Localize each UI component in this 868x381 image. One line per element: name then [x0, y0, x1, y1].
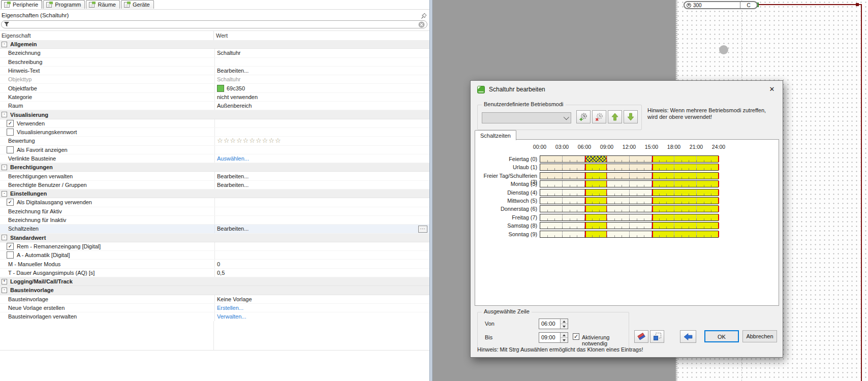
schedule-track[interactable] — [540, 189, 719, 196]
schedule-track[interactable] — [540, 197, 719, 204]
property-row[interactable]: Neue Vorlage erstellenErstellen... — [0, 304, 429, 312]
schedule-block[interactable] — [585, 223, 607, 229]
schedule-block[interactable] — [652, 156, 719, 162]
panel-tab-peripherie[interactable]: Peripherie — [1, 0, 42, 9]
schedule-block[interactable] — [585, 164, 607, 170]
close-icon[interactable]: ✕ — [766, 84, 778, 94]
section-row[interactable]: -Bausteinvorlage — [0, 286, 429, 295]
property-row[interactable]: RaumAußenbereich — [0, 102, 429, 110]
section-row[interactable]: -Einstellungen — [0, 189, 429, 198]
schedule-track[interactable] — [540, 155, 719, 163]
schedule-block[interactable] — [652, 214, 719, 220]
ellipsis-button[interactable]: ... — [418, 226, 427, 233]
color-swatch[interactable] — [217, 85, 224, 92]
filter-clear-icon[interactable] — [418, 21, 425, 28]
property-row[interactable]: Bezeichnung für Aktiv — [0, 207, 429, 216]
property-row[interactable]: Objektfarbe69c350 — [0, 84, 429, 92]
property-row[interactable]: SchaltzeitenBearbeiten...... — [0, 225, 429, 233]
column-divider[interactable] — [213, 31, 214, 40]
schedule-block[interactable] — [652, 231, 719, 237]
property-row[interactable]: Bezeichnung für Inaktiv — [0, 216, 429, 225]
schedule-block[interactable] — [585, 173, 607, 179]
checkbox-unchecked[interactable] — [7, 251, 14, 259]
schedule-block[interactable] — [652, 189, 719, 196]
property-row[interactable]: BezeichnungSchaltuhr — [0, 49, 429, 57]
property-row[interactable]: ✓Als Digitalausgang verwenden — [0, 198, 429, 207]
collapse-icon[interactable]: - — [2, 112, 7, 117]
bis-spinner[interactable]: 09:00 — [539, 332, 568, 343]
canvas-node-dot[interactable] — [719, 45, 728, 54]
schedule-track[interactable] — [540, 205, 719, 212]
collapse-icon[interactable]: - — [2, 42, 7, 47]
schedule-block[interactable] — [585, 206, 607, 212]
section-row[interactable]: -Visualisierung — [0, 110, 429, 119]
property-row[interactable]: Hinweis-TextBearbeiten... — [0, 67, 429, 75]
collapse-icon[interactable]: - — [2, 288, 7, 293]
schedule-block[interactable] — [652, 164, 719, 170]
schedule-track[interactable] — [540, 214, 719, 221]
rating-stars[interactable]: ☆☆☆☆☆☆☆☆☆☆ — [217, 138, 282, 143]
von-down-button[interactable] — [561, 324, 568, 329]
schedule-block[interactable] — [652, 223, 719, 229]
move-up-button[interactable] — [608, 110, 622, 123]
section-row[interactable]: +Logging/Mail/Call/Track — [0, 277, 429, 286]
schedule-track[interactable] — [540, 172, 719, 179]
add-mode-button[interactable] — [576, 110, 591, 123]
schedule-block[interactable] — [585, 198, 607, 204]
checkbox-checked[interactable]: ✓ — [7, 199, 14, 206]
property-row[interactable]: Visualisierungskennwort — [0, 128, 429, 137]
schedule-block[interactable] — [585, 181, 607, 187]
erase-entry-button[interactable] — [634, 330, 648, 343]
section-row[interactable]: -Berechtigungen — [0, 163, 429, 172]
function-block[interactable]: 300 C — [684, 1, 758, 9]
select-clone-button[interactable] — [650, 330, 664, 343]
expand-icon[interactable]: + — [2, 279, 7, 284]
schedule-block[interactable] — [652, 173, 719, 179]
wire-vertical[interactable] — [861, 4, 862, 381]
von-up-button[interactable] — [561, 319, 568, 324]
wire-junction[interactable] — [856, 3, 859, 6]
property-row[interactable]: T - Dauer Ausgangsimpuls (AQ) [s]0,5 — [0, 269, 429, 277]
panel-tab-räume[interactable]: Räume — [86, 0, 119, 9]
schedule-track[interactable] — [540, 164, 719, 171]
move-down-button[interactable] — [624, 110, 638, 123]
filter-input[interactable] — [1, 20, 427, 28]
checkbox-checked[interactable]: ✓ — [7, 120, 14, 127]
checkbox-checked[interactable]: ✓ — [7, 243, 14, 250]
schedule-track[interactable] — [540, 231, 719, 238]
property-row[interactable]: M - Manueller Modus0 — [0, 260, 429, 268]
schedule-block[interactable] — [585, 231, 607, 237]
checkbox-unchecked[interactable] — [7, 146, 14, 153]
property-row[interactable]: BausteinvorlageKeine Vorlage — [0, 295, 429, 304]
checkbox-unchecked[interactable] — [7, 129, 14, 136]
schedule-track[interactable] — [540, 222, 719, 229]
bis-up-button[interactable] — [561, 333, 568, 338]
schedule-block[interactable] — [652, 206, 719, 212]
value-link[interactable]: Verwalten... — [217, 313, 246, 320]
cancel-button[interactable]: Abbrechen — [742, 330, 777, 342]
property-row[interactable]: Berechtigungen verwaltenBearbeiten... — [0, 172, 429, 180]
property-row[interactable]: Verlinkte BausteineAuswählen... — [0, 154, 429, 163]
collapse-icon[interactable]: - — [2, 235, 7, 240]
property-row[interactable]: Bewertung☆☆☆☆☆☆☆☆☆☆ — [0, 137, 429, 145]
panel-tab-geräte[interactable]: Geräte — [121, 0, 154, 9]
schedule-block[interactable] — [585, 189, 607, 196]
remove-mode-button[interactable] — [592, 110, 606, 123]
betriebsmodi-combobox[interactable] — [482, 112, 571, 123]
undo-arrow-button[interactable] — [680, 330, 696, 343]
section-row[interactable]: -Allgemein — [0, 40, 429, 49]
value-link[interactable]: Auswählen... — [217, 155, 249, 162]
ok-button[interactable]: OK — [704, 330, 739, 342]
collapse-icon[interactable]: - — [2, 165, 7, 170]
panel-tab-programm[interactable]: Programm — [43, 0, 85, 9]
dialog-titlebar[interactable]: Schaltuhr bearbeiten — [471, 81, 783, 98]
wire-horizontal[interactable] — [758, 4, 861, 5]
property-row[interactable]: Berechtigte Benutzer / GruppenBearbeiten… — [0, 181, 429, 189]
schedule-block[interactable] — [652, 181, 719, 187]
schedule-block[interactable] — [585, 214, 607, 220]
tab-schaltzeiten[interactable]: Schaltzeiten — [475, 130, 516, 140]
pin-icon[interactable] — [420, 13, 427, 19]
bis-down-button[interactable] — [561, 338, 568, 342]
property-row[interactable]: ✓Verwenden — [0, 119, 429, 128]
property-row[interactable]: ✓Rem - Remanenzeingang [Digital] — [0, 242, 429, 251]
